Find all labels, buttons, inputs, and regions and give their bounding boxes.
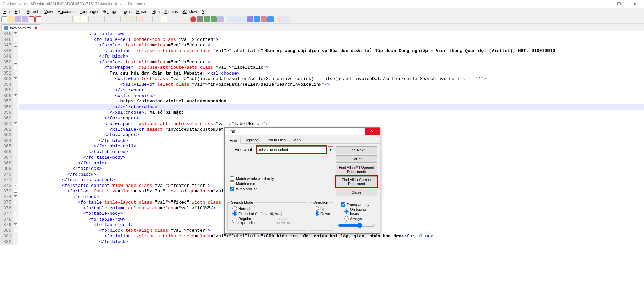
stop-icon[interactable]: [197, 16, 203, 22]
tb-extra7-icon[interactable]: [267, 16, 274, 22]
print-icon[interactable]: [42, 16, 48, 22]
menu-plugins[interactable]: Plugins: [162, 9, 180, 15]
redo-icon[interactable]: [81, 16, 87, 22]
match-whole-word-checkbox[interactable]: [230, 176, 234, 181]
copy-icon[interactable]: [58, 16, 64, 22]
find-titlebar[interactable]: Find ✕: [225, 128, 380, 135]
monitor-icon[interactable]: [181, 16, 187, 22]
window-title: C:\Users\vinhdd\Desktop\MAUHOADON\600171…: [3, 2, 596, 6]
editor-area: 3453463473483493503513523533543553563573…: [0, 31, 644, 290]
find-dialog: Find ✕ Find Replace Find in Files Mark F…: [224, 127, 380, 234]
find-icon[interactable]: [90, 16, 96, 22]
tabbar: invoice-fo.xsl ⊠: [0, 24, 644, 31]
direction-up-radio[interactable]: [315, 206, 319, 211]
save-all-icon[interactable]: [22, 16, 28, 22]
menu-file[interactable]: File: [1, 9, 12, 15]
titlebar: C:\Users\vinhdd\Desktop\MAUHOADON\600171…: [0, 0, 644, 8]
close-all-icon[interactable]: [35, 16, 41, 22]
maximize-button[interactable]: ☐: [613, 2, 625, 6]
find-all-current-button[interactable]: Find All in Current Document: [336, 176, 377, 187]
record-icon[interactable]: [190, 16, 196, 22]
search-mode-normal-radio[interactable]: [232, 206, 237, 211]
tb-extra6-icon[interactable]: [261, 16, 267, 22]
tb-extra5-icon[interactable]: [254, 16, 260, 22]
tb-extra4-icon[interactable]: [247, 16, 253, 22]
menu-run[interactable]: Run: [150, 9, 162, 15]
func-list-icon[interactable]: [174, 16, 180, 22]
tab-active[interactable]: invoice-fo.xsl ⊠: [1, 24, 40, 31]
transparency-losing-radio[interactable]: [344, 209, 349, 214]
line-number-gutter: 3453463473483493503513523533543553563573…: [0, 31, 13, 245]
tab-label: invoice-fo.xsl: [10, 26, 32, 30]
menu-window[interactable]: Window: [181, 9, 199, 15]
tb-extra1-icon[interactable]: [227, 16, 233, 22]
menu-language[interactable]: Language: [77, 9, 100, 15]
menu-view[interactable]: View: [42, 9, 55, 15]
new-icon[interactable]: [1, 16, 7, 22]
replace-icon[interactable]: [97, 16, 103, 22]
find-what-label: Find what :: [227, 147, 255, 152]
cut-icon[interactable]: [51, 16, 57, 22]
close-file-icon[interactable]: [29, 16, 35, 22]
wrap-around-checkbox[interactable]: [230, 187, 234, 191]
close-button[interactable]: ✕: [629, 2, 641, 6]
save-icon[interactable]: [15, 16, 21, 22]
find-title-text: Find: [227, 129, 365, 134]
tb-extra3-icon[interactable]: [240, 16, 246, 22]
find-tab-replace[interactable]: Replace: [241, 136, 262, 143]
tab-close-icon[interactable]: ⊠: [34, 26, 37, 30]
menu-macro[interactable]: Macro: [134, 9, 150, 15]
search-mode-regex-radio[interactable]: [232, 219, 237, 223]
zoom-in-icon[interactable]: [106, 16, 112, 22]
play-icon[interactable]: [204, 16, 210, 22]
menu-search[interactable]: Search: [24, 9, 41, 15]
undo-icon[interactable]: [74, 16, 80, 22]
window-controls: — ☐ ✕: [596, 2, 641, 6]
paste-icon[interactable]: [65, 16, 71, 22]
toolbar: [0, 15, 644, 24]
find-tab-mark[interactable]: Mark: [290, 136, 305, 143]
menu-encoding[interactable]: Encoding: [56, 9, 77, 15]
save-macro-icon[interactable]: [217, 16, 224, 22]
tb-extra2-icon[interactable]: [233, 16, 240, 22]
sync-v-icon[interactable]: [122, 16, 128, 22]
menu-tools[interactable]: Tools: [120, 9, 134, 15]
menu-settings[interactable]: Settings: [100, 9, 119, 15]
find-close-button[interactable]: ✕: [365, 128, 380, 135]
direction-group: Direction Up Down: [310, 200, 333, 231]
search-mode-group: Search Mode Normal Extended (\n, \r, \t,…: [227, 200, 307, 231]
doc-map-icon[interactable]: [168, 16, 174, 22]
find-next-button[interactable]: Find Next: [336, 146, 377, 154]
find-tabs: Find Replace Find in Files Mark: [225, 135, 380, 143]
transparency-always-radio[interactable]: [344, 216, 349, 221]
find-what-input[interactable]: [257, 146, 326, 153]
file-icon: [4, 26, 8, 30]
count-button[interactable]: Count: [336, 155, 377, 163]
search-mode-extended-radio[interactable]: [232, 211, 237, 216]
direction-down-radio[interactable]: [315, 211, 319, 216]
find-what-dropdown[interactable]: ▾: [328, 146, 333, 153]
indent-guide-icon[interactable]: [154, 16, 160, 22]
sync-h-icon[interactable]: [129, 16, 135, 22]
minimize-button[interactable]: —: [596, 2, 609, 6]
tb-extra9-icon[interactable]: [283, 16, 290, 22]
transparency-slider[interactable]: [338, 223, 375, 228]
match-case-checkbox[interactable]: [230, 181, 234, 186]
find-tab-find[interactable]: Find: [226, 137, 241, 144]
menu-edit[interactable]: Edit: [13, 9, 24, 15]
menu-help[interactable]: ?: [200, 9, 206, 15]
transparency-checkbox[interactable]: [341, 202, 345, 207]
zoom-out-icon[interactable]: [113, 16, 119, 22]
folder-icon[interactable]: [161, 16, 167, 22]
open-icon[interactable]: [8, 16, 14, 22]
hidden-chars-icon[interactable]: [145, 16, 151, 22]
find-all-opened-button[interactable]: Find All in All Opened Documents: [336, 164, 377, 175]
tb-extra8-icon[interactable]: [277, 16, 283, 22]
dot-newline-checkbox: [272, 219, 276, 223]
play-multi-icon[interactable]: [211, 16, 217, 22]
find-tab-findinfiles[interactable]: Find in Files: [262, 136, 290, 143]
fold-gutter[interactable]: -----------------: [13, 31, 18, 245]
wrap-icon[interactable]: [138, 16, 144, 22]
close-find-button[interactable]: Close: [336, 189, 377, 196]
menubar: File Edit Search View Encoding Language …: [0, 8, 644, 15]
